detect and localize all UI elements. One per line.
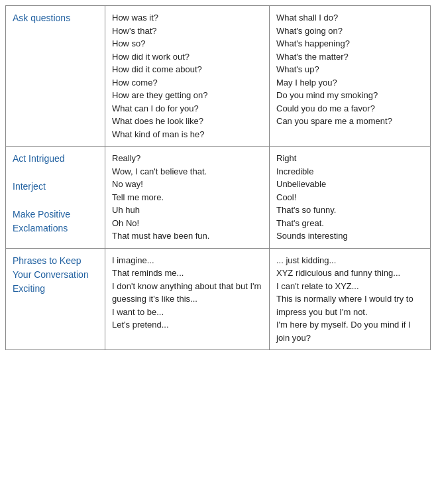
row-label: Phrases to Keep Your Conversation Exciti…: [6, 249, 105, 350]
row-col1: I imagine...That reminds me...I don't kn…: [105, 249, 270, 350]
main-table: Ask questionsHow was it?How's that?How s…: [5, 5, 431, 350]
row-label: Act IntriguedInterjectMake Positive Excl…: [6, 147, 105, 248]
table-row: Phrases to Keep Your Conversation Exciti…: [6, 249, 430, 350]
row-label: Ask questions: [6, 6, 105, 146]
row-col1: How was it?How's that?How so?How did it …: [105, 6, 270, 146]
row-col2: What shall I do?What's going on?What's h…: [270, 6, 430, 146]
row-label-text: Act IntriguedInterjectMake Positive Excl…: [13, 153, 70, 233]
table-row: Act IntriguedInterjectMake Positive Excl…: [6, 147, 430, 249]
row-label-text: Phrases to Keep Your Conversation Exciti…: [13, 255, 89, 294]
row-col2: ... just kidding...XYZ ridiculous and fu…: [270, 249, 430, 350]
row-col1: Really?Wow, I can't believe that.No way!…: [105, 147, 270, 248]
table-row: Ask questionsHow was it?How's that?How s…: [6, 6, 430, 147]
row-col2: RightIncredibleUnbelievableCool!That's s…: [270, 147, 430, 248]
row-label-text: Ask questions: [13, 13, 70, 23]
